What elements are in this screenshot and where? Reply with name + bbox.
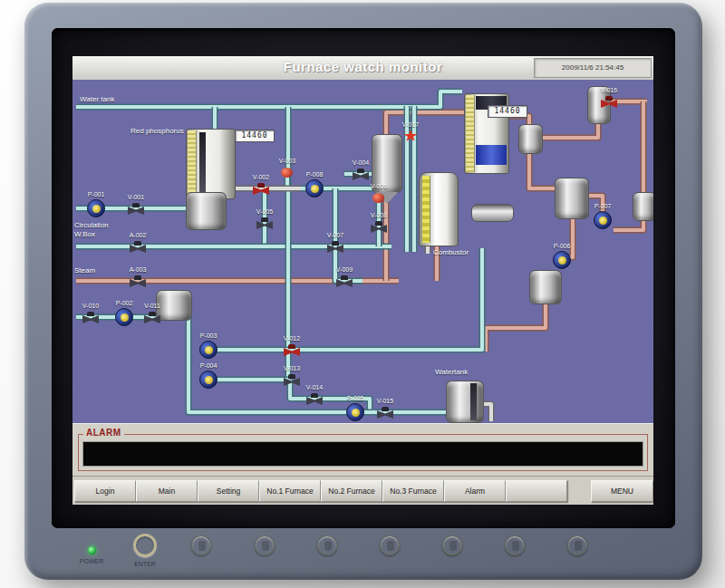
valve-icon — [256, 221, 273, 229]
alarm-label: ALARM — [83, 428, 124, 438]
bezel-function-button-3[interactable] — [317, 535, 337, 555]
valve-v-002: V-002 — [253, 182, 269, 195]
alarm-message-bar — [82, 441, 643, 467]
valve-icon — [128, 207, 144, 215]
nav-button-menu[interactable]: MENU — [591, 480, 653, 502]
valve-tag-label: V-002 — [253, 174, 269, 181]
valve-tag-label: V-016 — [601, 87, 617, 94]
clock-display: 2009/11/6 21:54:45 — [534, 58, 652, 78]
diagram-label-watertank: Watertank — [435, 368, 468, 376]
alarm-frame — [78, 434, 648, 471]
valve-stem-icon — [288, 344, 295, 349]
valve-v-012: V-012 — [284, 343, 300, 356]
nav-button-main[interactable]: Main — [136, 480, 198, 502]
pump-impeller-icon — [121, 313, 129, 322]
bezel-function-button-4[interactable] — [380, 535, 400, 555]
pump-tag-label: P-008 — [306, 171, 324, 178]
valve-icon — [306, 397, 323, 405]
valve-v-005: V-005 — [256, 217, 273, 229]
valve-tag-label: A-003 — [130, 266, 147, 274]
valve-icon — [336, 279, 353, 287]
valve-icon — [353, 172, 369, 180]
pump-p-001: P-001 — [87, 199, 105, 217]
navigation-bar: LoginMainSettingNo.1 FurnaceNo.2 Furnace… — [72, 476, 653, 505]
equipment-layer: Water tankRed phosphorusCirculationW.Box… — [72, 80, 653, 423]
valve-v-013: V-013 — [284, 373, 300, 386]
valve-stem-icon — [605, 96, 613, 101]
pump-impeller-icon — [599, 217, 607, 225]
valve-stem-icon — [332, 241, 339, 246]
valve-tag-label: V-011 — [144, 303, 160, 310]
button-glyph-icon — [324, 541, 332, 551]
pump-impeller-icon — [311, 185, 319, 193]
valve-v-003: V-003 — [279, 166, 295, 178]
valve-v-015: V-015 — [377, 406, 393, 419]
nav-button-login[interactable]: Login — [74, 480, 136, 502]
button-glyph-icon — [198, 541, 206, 551]
nav-button-alarm[interactable]: Alarm — [444, 480, 506, 502]
valve-icon — [82, 315, 99, 323]
diagram-label-circulation: Circulation — [74, 221, 109, 229]
level-display-2: 14460 — [488, 105, 527, 118]
valve-v-006: V-006 — [371, 191, 387, 204]
pump-impeller-icon — [352, 409, 360, 417]
valve-icon — [284, 348, 300, 356]
valve-stem-icon — [375, 221, 382, 226]
button-glyph-icon — [512, 541, 519, 551]
nav-button-blank[interactable] — [506, 480, 567, 502]
valve-a-002: A-002 — [130, 240, 146, 253]
valve-stem-icon — [382, 407, 389, 411]
valve-icon — [144, 315, 160, 323]
diagram-label-combustor: Combustor — [433, 248, 469, 256]
bezel-function-button-5[interactable] — [442, 535, 462, 555]
valve-stem-icon — [288, 374, 295, 379]
valve-icon — [130, 279, 146, 287]
valve-tag-label: V-008 — [371, 212, 387, 219]
valve-v-007: V-007 — [327, 240, 343, 253]
button-glyph-icon — [450, 541, 457, 551]
pump-tag-label: P-002 — [116, 300, 133, 307]
valve-v-010: V-010 — [82, 311, 99, 323]
nav-button-setting[interactable]: Setting — [198, 480, 259, 502]
valve-v-017: V-017 — [402, 130, 419, 142]
level-display-1: 14460 — [235, 130, 275, 142]
pump-p-004: P-004 — [199, 371, 218, 389]
valve-v-001: V-001 — [128, 202, 144, 215]
valve-icon — [284, 378, 300, 386]
valve-icon — [327, 245, 343, 253]
valve-v-016: V-016 — [601, 95, 617, 108]
valve-v-009: V-009 — [336, 275, 353, 287]
valve-stem-icon — [134, 241, 141, 246]
nav-button-no-3-furnace[interactable]: No.3 Furnace — [382, 480, 444, 502]
valve-tag-label: V-017 — [402, 121, 419, 129]
valve-icon — [377, 410, 393, 419]
pump-tag-label: P-003 — [200, 333, 218, 340]
valve-icon — [253, 187, 269, 195]
power-led — [88, 546, 96, 554]
button-glyph-icon — [387, 541, 394, 551]
valve-stem-icon — [261, 217, 268, 222]
nav-button-no-2-furnace[interactable]: No.2 Furnace — [321, 480, 382, 502]
button-glyph-icon — [575, 541, 582, 551]
valve-tag-label: V-010 — [82, 303, 99, 310]
valve-v-008: V-008 — [371, 220, 387, 233]
valve-icon — [371, 225, 387, 233]
pump-p-006: P-006 — [553, 251, 571, 269]
valve-tag-label: V-009 — [336, 266, 353, 274]
valve-tag-label: V-015 — [377, 398, 393, 405]
bezel-function-button-2[interactable] — [255, 535, 275, 555]
valve-icon — [372, 193, 384, 203]
pump-p-008: P-008 — [305, 179, 324, 198]
bezel-ring-button[interactable] — [133, 534, 157, 557]
valve-v-014: V-014 — [306, 392, 323, 405]
valve-stem-icon — [134, 275, 141, 280]
valve-icon — [130, 245, 146, 253]
bezel-function-button-6[interactable] — [505, 535, 525, 555]
bezel-function-button-1[interactable] — [191, 535, 211, 555]
pump-tag-label: P-005 — [347, 395, 364, 402]
bezel-function-button-7[interactable] — [567, 535, 587, 555]
pump-p-003: P-003 — [199, 341, 218, 359]
valve-tag-label: V-007 — [327, 232, 343, 239]
nav-button-no-1-furnace[interactable]: No.1 Furnace — [259, 480, 321, 502]
valve-tag-label: V-001 — [128, 194, 144, 201]
